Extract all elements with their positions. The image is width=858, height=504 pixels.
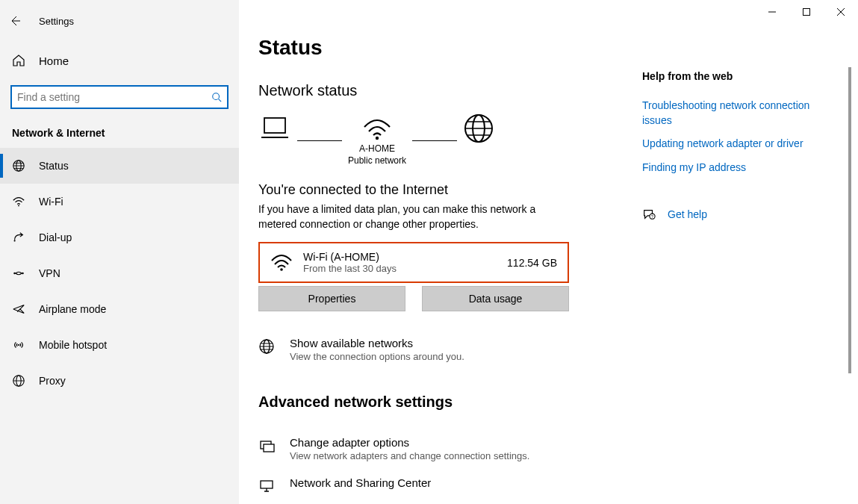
main-panel: Status Network status A-HOME Public netw…: [239, 0, 642, 504]
globe-large-icon: [463, 113, 494, 144]
nav-label: Dial-up: [39, 231, 72, 243]
home-label: Home: [39, 55, 69, 67]
get-help-link[interactable]: Get help: [668, 208, 707, 220]
card-sub: From the last 30 days: [303, 263, 497, 274]
hotspot-icon: [12, 338, 28, 352]
help-heading: Help from the web: [642, 70, 836, 82]
airplane-icon: [12, 302, 28, 316]
svg-rect-11: [264, 118, 285, 133]
home-nav[interactable]: Home: [0, 46, 239, 75]
search-box[interactable]: [10, 85, 229, 109]
help-link[interactable]: Finding my IP address: [642, 161, 836, 175]
nav-status[interactable]: Status: [0, 148, 239, 184]
nav-hotspot[interactable]: Mobile hotspot: [0, 327, 239, 363]
properties-button[interactable]: Properties: [258, 286, 405, 311]
data-usage-button[interactable]: Data usage: [422, 286, 569, 311]
nav-wifi[interactable]: Wi-Fi: [0, 184, 239, 220]
globe-icon: [12, 159, 28, 172]
network-status-heading: Network status: [258, 82, 642, 99]
home-icon: [12, 54, 28, 67]
nav-dialup[interactable]: Dial-up: [0, 220, 239, 255]
scrollbar[interactable]: [848, 67, 851, 373]
help-link[interactable]: Updating network adapter or driver: [642, 137, 836, 152]
adapter-icon: [258, 436, 276, 454]
nav-proxy[interactable]: Proxy: [0, 363, 239, 399]
proxy-icon: [12, 374, 28, 388]
nav-label: VPN: [39, 267, 60, 279]
svg-rect-19: [264, 444, 274, 452]
page-title: Status: [258, 36, 642, 60]
diagram-ssid: A-HOME: [359, 143, 395, 154]
svg-text:?: ?: [651, 215, 653, 220]
nav-label: Airplane mode: [39, 303, 106, 315]
globe-icon: [258, 337, 276, 355]
option-title: Change adapter options: [290, 436, 529, 449]
dialup-icon: [12, 231, 28, 244]
chat-help-icon: ?: [642, 208, 656, 221]
option-sub: View the connection options around you.: [290, 351, 464, 362]
content-area: Status Network status A-HOME Public netw…: [239, 0, 858, 504]
svg-point-6: [22, 273, 24, 275]
svg-point-0: [213, 93, 220, 100]
connected-heading: You're connected to the Internet: [258, 182, 642, 198]
option-title: Network and Sharing Center: [290, 476, 431, 489]
card-usage: 112.54 GB: [507, 257, 557, 269]
laptop-icon: [258, 115, 291, 142]
connector-line: [412, 140, 457, 142]
connector-line: [297, 140, 342, 142]
show-networks-row[interactable]: Show available networks View the connect…: [258, 337, 642, 362]
sharing-icon: [258, 476, 276, 494]
wifi-usage-card[interactable]: Wi-Fi (A-HOME) From the last 30 days 112…: [258, 242, 569, 283]
connected-body: If you have a limited data plan, you can…: [258, 202, 557, 231]
search-icon: [211, 92, 222, 102]
adapter-options-row[interactable]: Change adapter options View network adap…: [258, 436, 642, 461]
svg-point-15: [280, 268, 283, 271]
svg-point-4: [14, 240, 16, 241]
back-arrow-icon: [9, 15, 21, 27]
sharing-center-row[interactable]: Network and Sharing Center: [258, 476, 642, 494]
wifi-icon: [270, 253, 293, 273]
sidebar: Settings Home Network & Internet Status …: [0, 0, 239, 504]
wifi-large-icon: [361, 115, 393, 142]
option-sub: View network adapters and change connect…: [290, 450, 529, 461]
back-button[interactable]: [0, 6, 30, 36]
nav-list: Status Wi-Fi Dial-up VPN Airplane mode: [0, 148, 239, 399]
wifi-icon: [12, 195, 28, 208]
card-title: Wi-Fi (A-HOME): [303, 251, 497, 263]
search-input[interactable]: [17, 91, 211, 103]
option-title: Show available networks: [290, 337, 464, 349]
svg-point-3: [18, 205, 19, 207]
nav-label: Status: [39, 160, 69, 172]
svg-point-7: [18, 344, 19, 346]
window-title: Settings: [39, 16, 74, 27]
network-diagram: A-HOME Public network: [258, 113, 642, 169]
vpn-icon: [12, 267, 28, 280]
help-pane: Help from the web Troubleshooting networ…: [642, 0, 851, 504]
nav-vpn[interactable]: VPN: [0, 255, 239, 291]
svg-rect-20: [261, 481, 273, 488]
advanced-heading: Advanced network settings: [258, 393, 642, 411]
nav-airplane[interactable]: Airplane mode: [0, 291, 239, 327]
nav-label: Wi-Fi: [39, 196, 63, 208]
diagram-type: Public network: [348, 155, 406, 166]
help-link[interactable]: Troubleshooting network connection issue…: [642, 99, 836, 128]
titlebar: Settings: [0, 6, 239, 36]
section-title: Network & Internet: [0, 109, 239, 146]
svg-point-12: [376, 137, 379, 140]
get-help-row[interactable]: ? Get help: [642, 208, 836, 221]
nav-label: Proxy: [39, 375, 66, 387]
nav-label: Mobile hotspot: [39, 339, 107, 351]
svg-point-5: [13, 273, 16, 275]
